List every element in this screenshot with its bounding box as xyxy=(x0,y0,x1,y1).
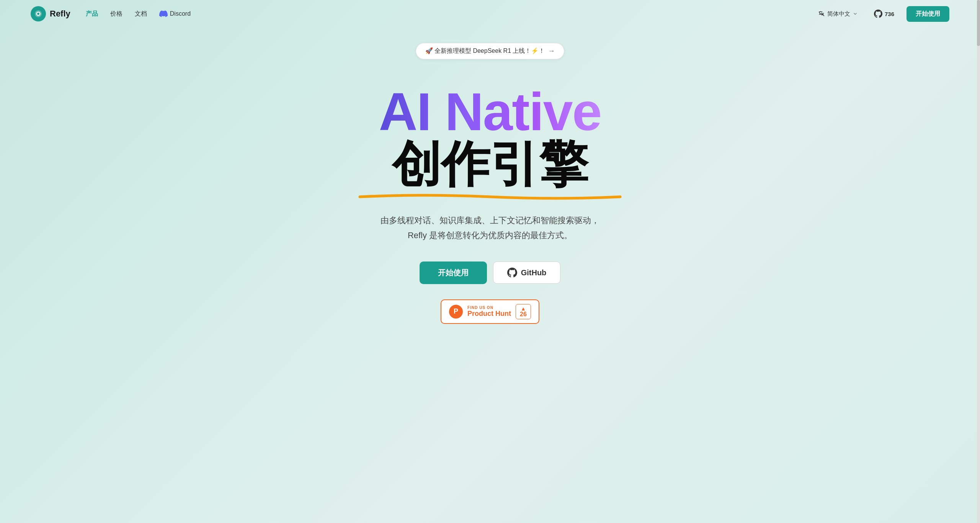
product-hunt-text-area: FIND US ON Product Hunt xyxy=(467,306,511,318)
start-button-nav[interactable]: 开始使用 xyxy=(906,6,949,22)
title-underline-svg xyxy=(356,193,624,201)
product-hunt-find-us: FIND US ON xyxy=(467,306,493,310)
product-hunt-badge[interactable]: P FIND US ON Product Hunt ▲ 26 xyxy=(441,299,539,324)
announcement-text: 🚀 全新推理模型 DeepSeek R1 上线！⚡！ xyxy=(425,47,545,55)
product-hunt-name: Product Hunt xyxy=(467,310,511,318)
navbar-left: Refly 产品 价格 文档 Discord xyxy=(31,6,191,21)
scrollbar-thumb[interactable] xyxy=(977,0,980,46)
nav-item-product[interactable]: 产品 xyxy=(86,10,98,18)
translate-icon xyxy=(818,10,825,17)
nav-item-docs[interactable]: 文档 xyxy=(135,10,147,18)
language-selector[interactable]: 简体中文 xyxy=(814,8,862,20)
product-hunt-upvote[interactable]: ▲ 26 xyxy=(516,304,531,319)
nav-item-price[interactable]: 价格 xyxy=(110,10,122,18)
nav-links: 产品 价格 文档 Discord xyxy=(86,10,191,18)
upvote-arrow-icon: ▲ xyxy=(521,306,526,311)
nav-item-discord[interactable]: Discord xyxy=(159,10,191,18)
logo-text: Refly xyxy=(50,9,70,19)
github-star-count: 736 xyxy=(885,11,894,17)
logo-area[interactable]: Refly xyxy=(31,6,70,21)
svg-point-0 xyxy=(37,13,39,15)
hero-title-cn: 创作引擎 xyxy=(356,137,624,191)
upvote-count: 26 xyxy=(520,311,527,317)
discord-label: Discord xyxy=(170,10,191,17)
github-nav-icon xyxy=(874,10,882,18)
announcement-banner[interactable]: 🚀 全新推理模型 DeepSeek R1 上线！⚡！ → xyxy=(416,43,565,59)
discord-icon xyxy=(159,10,168,18)
navbar: Refly 产品 价格 文档 Discord 简体中文 xyxy=(0,0,980,28)
product-hunt-logo: P xyxy=(449,305,463,319)
logo-icon xyxy=(31,6,46,21)
scrollbar[interactable] xyxy=(977,0,980,523)
subtitle-line2: Refly 是将创意转化为优质内容的最佳方式。 xyxy=(381,228,599,243)
announcement-arrow: → xyxy=(548,47,555,55)
hero-subtitle: 由多线程对话、知识库集成、上下文记忆和智能搜索驱动， Refly 是将创意转化为… xyxy=(381,213,599,243)
hero-section: 🚀 全新推理模型 DeepSeek R1 上线！⚡！ → AI Native 创… xyxy=(0,28,980,324)
github-cta-icon xyxy=(507,268,517,278)
hero-title-cn-wrapper: 创作引擎 xyxy=(356,141,624,201)
cta-github-label: GitHub xyxy=(521,268,547,277)
cta-github-button[interactable]: GitHub xyxy=(493,262,561,284)
navbar-right: 简体中文 736 开始使用 xyxy=(814,6,949,22)
github-nav-button[interactable]: 736 xyxy=(869,7,899,20)
subtitle-line1: 由多线程对话、知识库集成、上下文记忆和智能搜索驱动， xyxy=(381,213,599,228)
lang-label: 简体中文 xyxy=(827,10,850,18)
cta-buttons: 开始使用 GitHub xyxy=(420,262,561,284)
chevron-down-icon xyxy=(853,11,858,16)
cta-start-button[interactable]: 开始使用 xyxy=(420,262,487,284)
hero-title-ai: AI Native xyxy=(379,82,601,141)
